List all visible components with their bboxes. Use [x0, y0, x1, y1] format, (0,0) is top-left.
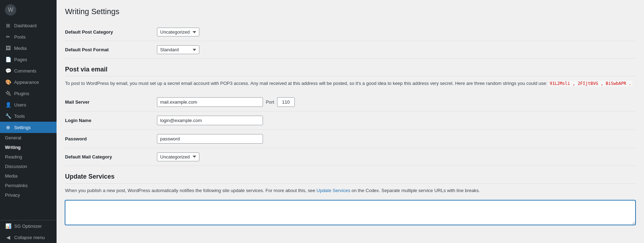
default-mail-category-select[interactable]: Uncategorized — [157, 152, 199, 161]
collapse-icon: ◀ — [5, 235, 11, 240]
update-services-desc: When you publish a new post, WordPress a… — [65, 187, 636, 195]
login-name-control — [157, 116, 636, 125]
sidebar-item-media[interactable]: 🖼 Media — [0, 42, 57, 54]
mail-server-input[interactable] — [157, 97, 263, 107]
main-content: Writing Settings Default Post Category U… — [57, 0, 644, 243]
appearance-icon: 🎨 — [5, 79, 11, 85]
pages-icon: 📄 — [5, 57, 11, 62]
default-post-format-row: Default Post Format StandardAsideChatGal… — [65, 41, 636, 59]
password-control — [157, 134, 636, 144]
default-post-category-control: Uncategorized — [157, 28, 636, 36]
default-mail-category-control: Uncategorized — [157, 152, 636, 161]
sidebar-item-posts[interactable]: ✏ Posts — [0, 31, 57, 42]
password-input[interactable] — [157, 134, 263, 144]
login-name-row: Login Name — [65, 111, 636, 130]
login-name-label: Login Name — [65, 118, 157, 123]
sidebar-item-settings[interactable]: ⊕ Settings — [0, 122, 57, 133]
settings-sub-nav: General Writing Reading Discussion Media… — [0, 133, 57, 200]
sidebar-item-comments[interactable]: 💬 Comments — [0, 65, 57, 76]
sidebar-item-collapse[interactable]: ◀ Collapse menu — [0, 232, 57, 243]
sub-nav-permalinks[interactable]: Permalinks — [0, 181, 57, 190]
default-mail-category-label: Default Mail Category — [65, 154, 157, 160]
port-input[interactable] — [277, 97, 295, 107]
default-post-category-select[interactable]: Uncategorized — [157, 28, 199, 36]
post-via-email-heading: Post via email — [65, 66, 636, 76]
dashboard-icon: ⊞ — [5, 23, 11, 28]
media-icon: 🖼 — [5, 45, 11, 51]
mail-server-label: Mail Server — [65, 99, 157, 105]
password-row: Password — [65, 130, 636, 148]
default-post-format-select[interactable]: StandardAsideChatGalleryLinkImageQuoteSt… — [157, 45, 199, 54]
port-label: Port — [266, 99, 274, 105]
sidebar-item-users[interactable]: 👤 Users — [0, 99, 57, 110]
users-icon: 👤 — [5, 102, 11, 108]
main-nav: ⊞ Dashboard ✏ Posts 🖼 Media 📄 Pages 💬 Co… — [0, 20, 57, 200]
login-name-input[interactable] — [157, 116, 263, 125]
password-label: Password — [65, 136, 157, 141]
sub-nav-privacy[interactable]: Privacy — [0, 190, 57, 200]
posts-icon: ✏ — [5, 34, 11, 40]
sidebar-item-sg-optimizer[interactable]: 📊 SG Optimizer — [0, 220, 57, 232]
sidebar: W ⊞ Dashboard ✏ Posts 🖼 Media 📄 Pages 💬 … — [0, 0, 57, 243]
settings-icon: ⊕ — [5, 125, 11, 130]
update-services-link[interactable]: Update Services — [317, 188, 350, 193]
post-via-email-desc: To post to WordPress by email, you must … — [65, 80, 636, 87]
default-post-category-row: Default Post Category Uncategorized — [65, 23, 636, 41]
plugins-icon: 🔌 — [5, 91, 11, 96]
sidebar-logo: W — [0, 0, 57, 20]
random-codes: 91L2Msli , 2FIjtBVG , BiSwbAPR . — [549, 81, 632, 86]
sidebar-bottom: 📊 SG Optimizer ◀ Collapse menu — [0, 220, 57, 243]
update-services-textarea[interactable] — [65, 200, 636, 225]
sub-nav-reading[interactable]: Reading — [0, 152, 57, 162]
sidebar-item-plugins[interactable]: 🔌 Plugins — [0, 88, 57, 99]
sidebar-item-appearance[interactable]: 🎨 Appearance — [0, 76, 57, 88]
comments-icon: 💬 — [5, 68, 11, 74]
sub-nav-discussion[interactable]: Discussion — [0, 162, 57, 171]
sg-optimizer-icon: 📊 — [5, 223, 11, 229]
default-mail-category-row: Default Mail Category Uncategorized — [65, 148, 636, 166]
sidebar-item-tools[interactable]: 🔧 Tools — [0, 110, 57, 122]
sidebar-item-dashboard[interactable]: ⊞ Dashboard — [0, 20, 57, 31]
default-post-format-control: StandardAsideChatGalleryLinkImageQuoteSt… — [157, 45, 636, 54]
tools-icon: 🔧 — [5, 113, 11, 119]
update-services-heading: Update Services — [65, 173, 636, 184]
mail-server-control: Port — [157, 97, 636, 107]
wp-logo-icon: W — [5, 4, 16, 16]
default-post-category-label: Default Post Category — [65, 29, 157, 35]
sub-nav-writing[interactable]: Writing — [0, 143, 57, 152]
sub-nav-general[interactable]: General — [0, 133, 57, 143]
sub-nav-media[interactable]: Media — [0, 171, 57, 181]
default-post-format-label: Default Post Format — [65, 47, 157, 52]
mail-server-row: Mail Server Port — [65, 93, 636, 111]
sidebar-item-pages[interactable]: 📄 Pages — [0, 54, 57, 65]
page-title: Writing Settings — [65, 7, 636, 16]
